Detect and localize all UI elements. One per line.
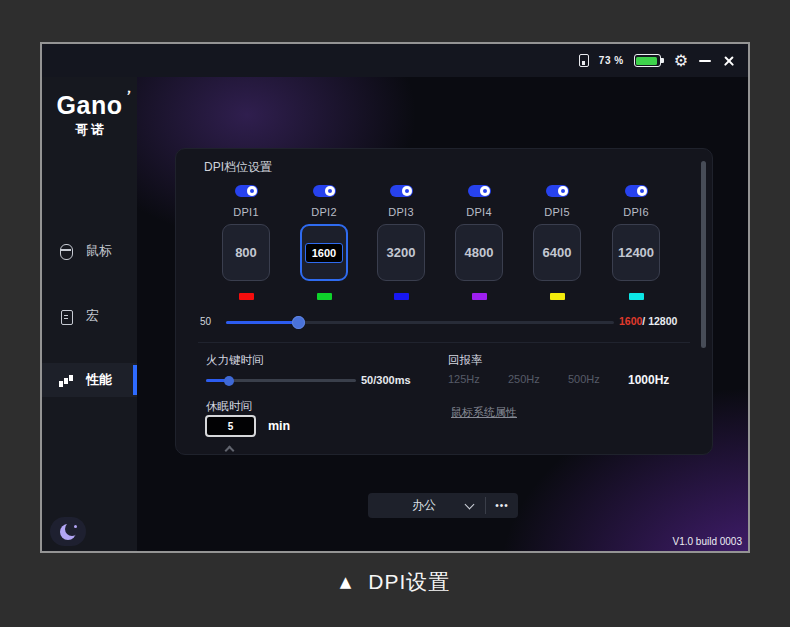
dpi-slot-label: DPI1 — [233, 206, 259, 218]
dpi4-color-swatch — [472, 293, 487, 300]
dpi3-color-swatch — [394, 293, 409, 300]
fire-key-slider-knob[interactable] — [224, 376, 234, 386]
polling-option-500hz[interactable]: 500Hz — [568, 373, 628, 387]
dpi2-value-box[interactable]: 1600 — [300, 224, 348, 281]
dpi1-value-box[interactable]: 800 — [222, 224, 270, 281]
dpi2-color-swatch — [317, 293, 332, 300]
dpi4-toggle[interactable] — [468, 185, 491, 197]
dpi-slot-5: DPI5 6400 — [527, 185, 587, 300]
polling-option-125hz[interactable]: 125Hz — [448, 373, 508, 387]
dpi-slider-fill — [226, 321, 298, 324]
dpi-value: 800 — [235, 245, 257, 260]
titlebar: 73 % ⚙ — [42, 44, 748, 77]
dpi4-value-box[interactable]: 4800 — [455, 224, 503, 281]
dpi-slot-3: DPI3 3200 — [371, 185, 431, 300]
dpi-slot-label: DPI5 — [544, 206, 570, 218]
dpi3-value-box[interactable]: 3200 — [377, 224, 425, 281]
dpi-max-value: / 12800 — [642, 315, 677, 327]
dpi-slot-1: DPI1 800 — [216, 185, 276, 300]
fire-key-label: 火力键时间 — [206, 353, 264, 368]
profile-dropdown[interactable]: 办公 — [368, 497, 462, 514]
dpi-slot-label: DPI4 — [466, 206, 492, 218]
polling-rate-label: 回报率 — [448, 353, 483, 368]
section-divider — [198, 342, 690, 343]
app-logo: Gano’ 哥诺 — [42, 91, 137, 139]
sidebar-item-macro[interactable]: 宏 — [42, 299, 137, 333]
polling-rate-options: 125Hz 250Hz 500Hz 1000Hz — [448, 373, 688, 387]
sidebar-item-mouse[interactable]: 鼠标 — [42, 234, 137, 268]
dpi1-color-swatch — [239, 293, 254, 300]
fire-key-value: 50/300ms — [361, 374, 411, 386]
figure-caption: ▲ DPI设置 — [0, 568, 790, 596]
dpi-slot-6: DPI6 12400 — [606, 185, 666, 300]
battery-fill — [636, 57, 657, 65]
chevron-down-icon[interactable] — [465, 499, 475, 509]
dpi5-value-box[interactable]: 6400 — [533, 224, 581, 281]
close-button[interactable] — [722, 54, 736, 68]
dpi-slider[interactable] — [226, 321, 614, 324]
app-window: 73 % ⚙ Gano’ 哥诺 鼠标 宏 — [40, 42, 750, 553]
battery-tip — [661, 58, 664, 63]
dpi-slider-knob[interactable] — [292, 316, 305, 329]
usb-receiver-icon — [579, 54, 589, 67]
dpi-slot-label: DPI2 — [311, 206, 337, 218]
dpi-value: 6400 — [543, 245, 572, 260]
dpi-slot-2: DPI2 1600 — [294, 185, 354, 300]
settings-gear-icon[interactable]: ⚙ — [674, 53, 688, 69]
minimize-icon — [699, 60, 711, 63]
sidebar-item-performance[interactable]: 性能 — [42, 363, 137, 397]
sleep-time-label: 休眠时间 — [206, 399, 252, 414]
dpi6-value-box[interactable]: 12400 — [612, 224, 660, 281]
sidebar-item-label: 鼠标 — [86, 242, 112, 260]
dpi5-toggle[interactable] — [546, 185, 569, 197]
dpi-value: 12400 — [618, 245, 654, 260]
panel-scrollbar[interactable] — [701, 161, 706, 348]
battery-percent: 73 % — [599, 55, 624, 66]
moon-icon — [60, 524, 76, 540]
theme-toggle[interactable] — [50, 517, 86, 546]
sleep-time-input[interactable]: 5 — [205, 415, 256, 437]
dpi-slider-min-label: 50 — [200, 316, 211, 327]
dpi6-color-swatch — [629, 293, 644, 300]
dpi-slot-label: DPI6 — [623, 206, 649, 218]
dpi-range-readout: 1600/ 12800 — [619, 315, 677, 327]
triangle-marker: ▲ — [340, 573, 352, 591]
sleep-time-unit: min — [268, 419, 290, 433]
logo-chinese: 哥诺 — [42, 121, 137, 139]
logo-accent-mark: ’ — [124, 87, 133, 105]
sidebar: Gano’ 哥诺 鼠标 宏 性能 — [42, 77, 137, 551]
minimize-button[interactable] — [698, 54, 712, 68]
screenshot-background: 73 % ⚙ Gano’ 哥诺 鼠标 宏 — [0, 0, 790, 627]
more-options-button[interactable]: ••• — [486, 500, 518, 511]
dpi2-toggle[interactable] — [313, 185, 336, 197]
dpi-value: 1600 — [312, 247, 336, 259]
chevron-up-icon[interactable] — [225, 446, 235, 456]
logo-wordmark: Gano’ — [57, 91, 123, 120]
dpi6-toggle[interactable] — [625, 185, 648, 197]
dpi1-toggle[interactable] — [235, 185, 258, 197]
logo-text: Gano — [57, 91, 123, 119]
dpi-slot-4: DPI4 4800 — [449, 185, 509, 300]
mouse-system-properties-link[interactable]: 鼠标系统属性 — [451, 405, 517, 420]
dpi2-value-input[interactable]: 1600 — [305, 243, 343, 263]
sidebar-item-label: 宏 — [86, 307, 99, 325]
battery-icon — [634, 54, 661, 67]
dpi-current-value: 1600 — [619, 315, 642, 327]
caption-text: DPI设置 — [368, 568, 450, 596]
version-text: V1.0 build 0003 — [672, 536, 742, 547]
sleep-time-value: 5 — [228, 421, 234, 432]
performance-chart-icon — [59, 373, 73, 388]
dpi3-toggle[interactable] — [390, 185, 413, 197]
polling-option-1000hz[interactable]: 1000Hz — [628, 373, 688, 387]
panel-title: DPI档位设置 — [204, 159, 272, 176]
dpi-slot-label: DPI3 — [388, 206, 414, 218]
dpi-settings-panel: DPI档位设置 DPI1 800 DPI2 1600 — [175, 148, 713, 455]
main-area: DPI档位设置 DPI1 800 DPI2 1600 — [137, 77, 748, 551]
sidebar-item-label: 性能 — [86, 371, 112, 389]
mouse-icon — [59, 244, 73, 259]
macro-document-icon — [59, 309, 73, 324]
fire-key-slider[interactable] — [206, 379, 356, 382]
dpi-value: 4800 — [465, 245, 494, 260]
polling-option-250hz[interactable]: 250Hz — [508, 373, 568, 387]
dpi-value: 3200 — [387, 245, 416, 260]
